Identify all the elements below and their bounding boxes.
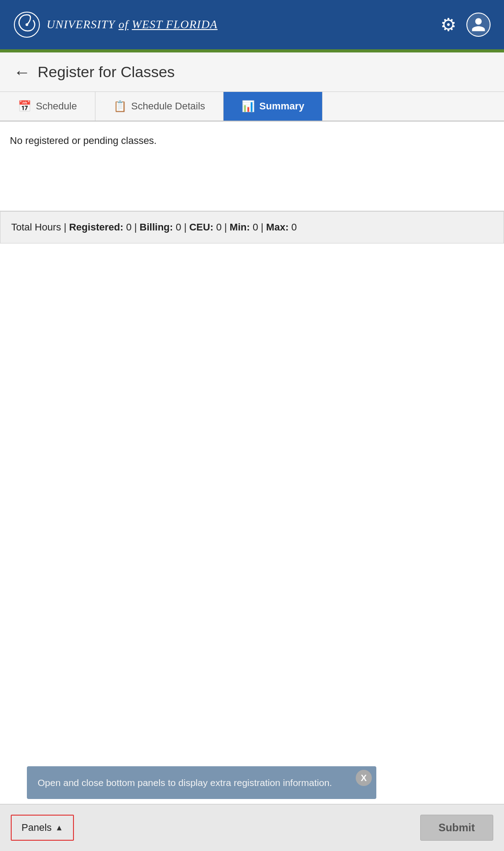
billing-label: Billing:: [140, 221, 173, 233]
ceu-value: 0: [216, 221, 221, 233]
tabs-bar: 📅 Schedule 📋 Schedule Details 📊 Summary: [0, 92, 504, 122]
content-area: No registered or pending classes.: [0, 122, 504, 211]
page-title: Register for Classes: [38, 63, 175, 81]
total-hours-prefix: Total Hours |: [11, 221, 69, 233]
page-title-area: ← Register for Classes: [0, 52, 504, 92]
bottom-bar: Panels▲ Submit: [0, 804, 504, 851]
tab-schedule-details[interactable]: 📋 Schedule Details: [95, 92, 224, 121]
tab-summary[interactable]: 📊 Summary: [224, 92, 323, 121]
summary-tab-icon: 📊: [241, 100, 255, 113]
header-actions: ⚙: [440, 13, 491, 37]
tab-summary-label: Summary: [259, 100, 304, 112]
tooltip-close-button[interactable]: X: [356, 770, 372, 786]
panels-button[interactable]: Panels▲: [11, 815, 74, 841]
main-content: ← Register for Classes 📅 Schedule 📋 Sche…: [0, 52, 504, 851]
total-hours-bar: Total Hours | Registered: 0 | Billing: 0…: [0, 211, 504, 243]
min-label: Min:: [230, 221, 250, 233]
green-separator: [0, 49, 504, 52]
panels-arrow-icon: ▲: [55, 823, 63, 833]
university-name-text: UNIVERSITY of WEST FLORIDA: [47, 17, 218, 31]
info-tooltip: X Open and close bottom panels to displa…: [27, 766, 376, 799]
tooltip-text: Open and close bottom panels to display …: [38, 777, 332, 788]
tab-schedule[interactable]: 📅 Schedule: [0, 92, 95, 121]
university-logo: UNIVERSITY of WEST FLORIDA: [13, 11, 218, 38]
app-header: UNIVERSITY of WEST FLORIDA ⚙: [0, 0, 504, 49]
min-value: 0: [253, 221, 258, 233]
max-label: Max:: [266, 221, 289, 233]
billing-value: 0: [176, 221, 181, 233]
uwf-logo-icon: [13, 11, 40, 38]
back-button[interactable]: ←: [13, 64, 30, 81]
tab-schedule-label: Schedule: [36, 100, 77, 112]
schedule-details-tab-icon: 📋: [113, 100, 127, 113]
registered-value: 0: [126, 221, 131, 233]
no-classes-message: No registered or pending classes.: [0, 122, 504, 160]
panels-label: Panels: [22, 822, 52, 834]
user-profile-icon[interactable]: [466, 13, 491, 37]
gear-icon[interactable]: ⚙: [440, 14, 457, 35]
svg-point-1: [26, 23, 28, 26]
tab-schedule-details-label: Schedule Details: [131, 100, 205, 112]
submit-button[interactable]: Submit: [420, 815, 493, 841]
schedule-tab-icon: 📅: [18, 100, 31, 113]
max-value: 0: [291, 221, 297, 233]
registered-label: Registered:: [69, 221, 123, 233]
ceu-label: CEU:: [189, 221, 213, 233]
